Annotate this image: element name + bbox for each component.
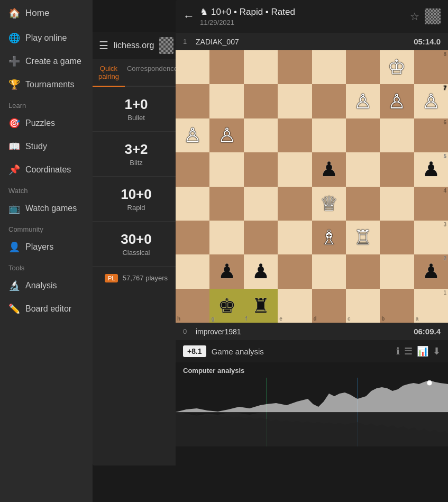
- chess-cell[interactable]: [380, 118, 414, 152]
- watch-games-icon: 📺: [8, 203, 20, 214]
- sidebar-home[interactable]: 🏠 Home: [0, 0, 93, 26]
- chess-cell[interactable]: ♔: [380, 50, 414, 84]
- chess-cell[interactable]: [312, 254, 346, 288]
- chess-cell[interactable]: [278, 221, 312, 254]
- chess-cell[interactable]: ♟: [312, 152, 346, 186]
- chess-cell[interactable]: ♟2: [414, 254, 448, 288]
- tab-correspondence[interactable]: Correspondence: [125, 59, 180, 86]
- chess-cell[interactable]: [346, 152, 380, 186]
- chess-cell[interactable]: [244, 118, 278, 152]
- chess-cell[interactable]: ♖: [346, 221, 380, 254]
- sidebar-item-tournaments[interactable]: 🏆 Tournaments: [0, 73, 93, 96]
- info-icon[interactable]: ℹ: [396, 345, 400, 357]
- player1-num: 1: [183, 38, 190, 45]
- chess-cell[interactable]: ♟5: [414, 152, 448, 186]
- chess-cell[interactable]: [244, 187, 278, 221]
- quick-pairing-panel: ☰ lichess.org Quick pairing Corresponden…: [93, 32, 180, 466]
- favorite-icon[interactable]: ☆: [410, 10, 419, 23]
- pairing-bullet[interactable]: 1+0 Bullet: [93, 87, 180, 132]
- chess-cell[interactable]: [209, 50, 243, 84]
- community-section-label: Community: [0, 220, 93, 235]
- chess-cell[interactable]: [278, 254, 312, 288]
- chess-cell[interactable]: ♟: [244, 254, 278, 288]
- chess-cell[interactable]: [176, 254, 209, 288]
- analysis-label: Game analysis: [212, 347, 391, 356]
- chess-cell[interactable]: [209, 84, 243, 118]
- pairing-classical[interactable]: 30+0 Classical: [93, 222, 180, 267]
- chess-cell[interactable]: [176, 50, 209, 84]
- tab-quick-pairing[interactable]: Quick pairing: [93, 59, 125, 87]
- chess-cell[interactable]: [244, 221, 278, 254]
- back-button[interactable]: ←: [183, 10, 195, 23]
- sidebar-label-tournaments: Tournaments: [25, 80, 75, 89]
- chess-cell[interactable]: [244, 84, 278, 118]
- chess-cell[interactable]: [278, 187, 312, 221]
- chess-cell[interactable]: b: [380, 289, 414, 323]
- file-label: e: [279, 316, 282, 322]
- chess-cell[interactable]: [346, 50, 380, 84]
- chess-cell[interactable]: e: [278, 289, 312, 323]
- chess-cell[interactable]: [278, 84, 312, 118]
- chess-cell[interactable]: [312, 118, 346, 152]
- sidebar-item-players[interactable]: 👤 Players: [0, 235, 93, 259]
- player-bottom-row: 0 improver1981 06:09.4: [176, 323, 448, 340]
- chess-cell[interactable]: [380, 221, 414, 254]
- chess-cell[interactable]: [346, 254, 380, 288]
- sidebar-item-analysis[interactable]: 🔬 Analysis: [0, 274, 93, 297]
- chess-cell[interactable]: ♙: [209, 118, 243, 152]
- chess-cell[interactable]: [278, 50, 312, 84]
- chess-cell[interactable]: ♙7: [414, 84, 448, 118]
- chess-cell[interactable]: [346, 118, 380, 152]
- sidebar-item-create-game[interactable]: ➕ Create a game: [0, 50, 93, 73]
- chess-cell[interactable]: [176, 84, 209, 118]
- chess-cell[interactable]: h: [176, 289, 209, 323]
- chess-cell[interactable]: [176, 187, 209, 221]
- chess-cell[interactable]: [346, 187, 380, 221]
- chess-cell[interactable]: 4: [414, 187, 448, 221]
- chess-cell[interactable]: [380, 152, 414, 186]
- chess-cell[interactable]: ♟: [209, 254, 243, 288]
- sidebar-item-coordinates[interactable]: 📌 Coordinates: [0, 158, 93, 181]
- chess-cell[interactable]: [209, 221, 243, 254]
- chess-cell[interactable]: [278, 118, 312, 152]
- chess-cell[interactable]: [312, 84, 346, 118]
- chess-cell[interactable]: ♙: [380, 84, 414, 118]
- sidebar-item-study[interactable]: 📖 Study: [0, 135, 93, 158]
- chess-cell[interactable]: [312, 50, 346, 84]
- chess-cell[interactable]: [176, 152, 209, 186]
- game-panel: ← ♞ 10+0 • Rapid • Rated 11/29/2021 ☆ 1 …: [176, 0, 448, 502]
- chess-cell[interactable]: [209, 187, 243, 221]
- chess-cell[interactable]: ♙: [346, 84, 380, 118]
- chess-cell[interactable]: d: [312, 289, 346, 323]
- pairing-blitz[interactable]: 3+2 Blitz: [93, 132, 180, 177]
- chess-cell[interactable]: [244, 152, 278, 186]
- download-icon[interactable]: ⬇: [433, 345, 441, 357]
- chess-cell[interactable]: ♕: [312, 187, 346, 221]
- chess-cell[interactable]: ♜f: [244, 289, 278, 323]
- chess-cell[interactable]: 1a: [414, 289, 448, 323]
- hamburger-menu-icon[interactable]: ☰: [99, 39, 108, 52]
- chess-cell[interactable]: [278, 152, 312, 186]
- chess-cell[interactable]: [244, 50, 278, 84]
- game-title-block: ♞ 10+0 • Rapid • Rated 11/29/2021: [200, 6, 405, 26]
- sidebar-label-players: Players: [25, 242, 53, 252]
- chess-cell[interactable]: ♗: [312, 221, 346, 254]
- pairing-rapid[interactable]: 10+0 Rapid: [93, 177, 180, 222]
- chess-cell[interactable]: 8: [414, 50, 448, 84]
- chess-cell[interactable]: 3: [414, 221, 448, 254]
- sidebar-item-puzzles[interactable]: 🎯 Puzzles: [0, 112, 93, 135]
- rank-label: 7: [443, 85, 446, 91]
- sidebar-item-watch-games[interactable]: 📺 Watch games: [0, 197, 93, 220]
- chess-cell[interactable]: ♙: [176, 118, 209, 152]
- chess-cell[interactable]: 6: [414, 118, 448, 152]
- list-icon[interactable]: ☰: [404, 345, 413, 357]
- chess-cell[interactable]: [380, 254, 414, 288]
- sidebar-item-play-online[interactable]: 🌐 Play online: [0, 26, 93, 50]
- chess-cell[interactable]: ♚g: [209, 289, 243, 323]
- sidebar-item-board-editor[interactable]: ✏️ Board editor: [0, 297, 93, 321]
- chart-icon[interactable]: 📊: [417, 345, 428, 357]
- chess-cell[interactable]: [176, 221, 209, 254]
- chess-cell[interactable]: [380, 187, 414, 221]
- chess-cell[interactable]: c: [346, 289, 380, 323]
- chess-cell[interactable]: [209, 152, 243, 186]
